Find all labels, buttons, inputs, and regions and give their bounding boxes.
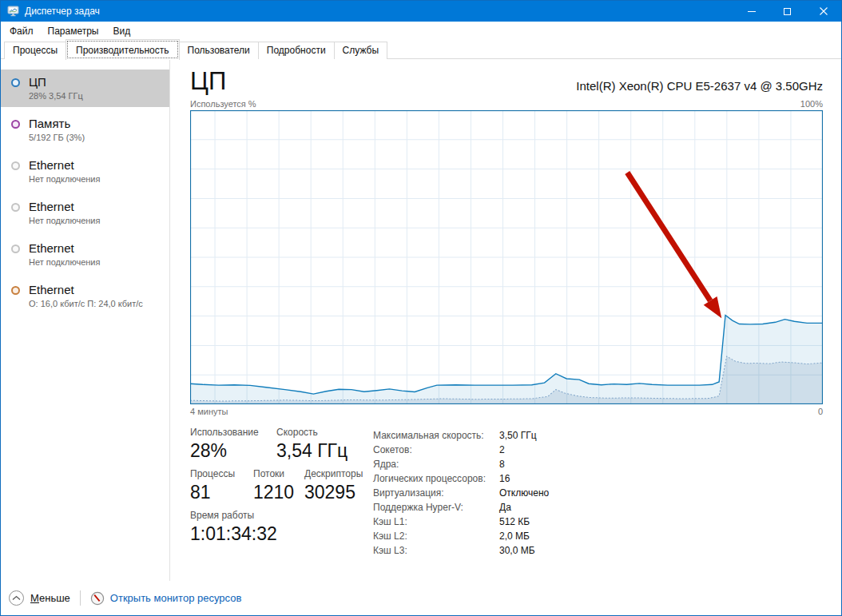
sidebar-item-text: EthernetО: 16,0 кбит/с П: 24,0 кбит/с [29, 283, 143, 308]
detail-label: Кэш L3: [373, 543, 499, 558]
maximize-button[interactable] [769, 1, 805, 22]
tab-details[interactable]: Подробности [258, 42, 335, 59]
cpu-stats: Использование 28% Скорость 3,54 ГГц Проц… [190, 427, 823, 558]
sidebar-item-subtitle: Нет подключения [29, 216, 100, 225]
detail-row: Кэш L1:512 КБ [373, 515, 823, 529]
detail-row: Логических процессоров:16 [373, 471, 823, 486]
ethernet-3-ring-icon [11, 244, 20, 253]
uptime-value: 1:01:34:32 [190, 523, 277, 544]
detail-row: Максимальная скорость:3,50 ГГц [373, 428, 823, 443]
detail-row: Поддержка Hyper-V:Да [373, 500, 823, 515]
sidebar-item-ethernet-2[interactable]: EthernetНет подключения [1, 194, 169, 232]
sidebar-item-text: ЦП28% 3,54 ГГц [29, 75, 83, 101]
detail-label: Виртуализация: [373, 486, 499, 500]
cpu-usage-chart-svg [190, 110, 823, 404]
detail-value: Отключено [499, 486, 549, 500]
x-axis-max-label: 0 [818, 407, 823, 416]
minimize-button[interactable] [733, 1, 769, 22]
tab-processes[interactable]: Процессы [4, 42, 66, 59]
chart-top-axis: Используется % 100% [190, 99, 823, 109]
resource-monitor-icon [90, 591, 105, 606]
x-axis-min-label: 4 минуты [190, 407, 228, 416]
processes-value: 81 [190, 482, 253, 503]
detail-row: Виртуализация:Отключено [373, 486, 823, 500]
sidebar-item-subtitle: Нет подключения [29, 174, 100, 184]
handles-label: Дескрипторы [304, 468, 363, 479]
sidebar-item-text: EthernetНет подключения [29, 200, 100, 225]
menu-item-view[interactable]: Вид [105, 22, 137, 40]
sidebar-item-subtitle: О: 16,0 кбит/с П: 24,0 кбит/с [29, 299, 143, 308]
ethernet-1-ring-icon [11, 161, 20, 170]
sidebar-item-text: EthernetНет подключения [29, 158, 100, 184]
y-axis-label: Используется % [190, 99, 256, 109]
sidebar-item-cpu[interactable]: ЦП28% 3,54 ГГц [1, 70, 169, 107]
handles-value: 30295 [304, 482, 363, 503]
cpu-stats-left: Использование 28% Скорость 3,54 ГГц Проц… [190, 427, 373, 558]
menu-item-file[interactable]: Файл [2, 22, 41, 40]
memory-ring-icon [11, 120, 20, 129]
open-resource-monitor-link[interactable]: Открыть монитор ресурсов [110, 592, 241, 604]
chart-bottom-axis: 4 минуты 0 [190, 407, 823, 416]
detail-row: Кэш L2:2,0 МБ [373, 529, 823, 543]
detail-label: Максимальная скорость: [373, 428, 499, 443]
tab-performance[interactable]: Производительность [66, 39, 179, 60]
sidebar-item-ethernet-4[interactable]: EthernetО: 16,0 кбит/с П: 24,0 кбит/с [1, 277, 169, 315]
menu-item-options[interactable]: Параметры [41, 22, 106, 40]
speed-value: 3,54 ГГц [276, 440, 348, 461]
sidebar-item-title: Ethernet [29, 158, 100, 173]
performance-sidebar: ЦП28% 3,54 ГГцПамять5/192 ГБ (3%)Etherne… [1, 59, 170, 581]
cpu-panel-header: ЦП Intel(R) Xeon(R) CPU E5-2637 v4 @ 3.5… [190, 67, 823, 96]
tab-strip: ПроцессыПроизводительностьПользователиПо… [1, 41, 841, 59]
window-title: Диспетчер задач [25, 6, 733, 17]
sidebar-item-title: Память [29, 117, 85, 131]
sidebar-item-subtitle: 28% 3,54 ГГц [29, 91, 83, 101]
ethernet-4-ring-icon [11, 286, 20, 295]
usage-value: 28% [190, 440, 276, 461]
processes-label: Процессы [190, 468, 253, 479]
ethernet-2-ring-icon [11, 203, 20, 212]
detail-label: Кэш L2: [373, 529, 499, 543]
detail-value: 8 [499, 457, 505, 471]
detail-label: Поддержка Hyper-V: [373, 500, 499, 515]
sidebar-item-title: ЦП [29, 75, 83, 89]
sidebar-item-ethernet-1[interactable]: EthernetНет подключения [1, 153, 169, 190]
fewer-details-button[interactable]: Меньше [30, 592, 70, 604]
task-manager-window: Диспетчер задач ФайлПараметрыВид Процесс… [0, 0, 842, 616]
sidebar-item-memory[interactable]: Память5/192 ГБ (3%) [1, 111, 169, 149]
detail-value: Да [499, 500, 511, 515]
sidebar-item-text: Память5/192 ГБ (3%) [29, 117, 85, 142]
speed-label: Скорость [276, 427, 348, 438]
detail-label: Кэш L1: [373, 515, 499, 529]
close-icon [820, 7, 828, 15]
tab-services[interactable]: Службы [334, 42, 387, 59]
chevron-up-icon [12, 595, 21, 601]
title-bar[interactable]: Диспетчер задач [1, 1, 841, 22]
detail-value: 2 [499, 443, 505, 457]
detail-value: 30,0 МБ [499, 543, 535, 558]
sidebar-item-subtitle: 5/192 ГБ (3%) [29, 133, 85, 142]
cpu-ring-icon [11, 78, 20, 87]
detail-label: Логических процессоров: [373, 471, 499, 486]
detail-value: 512 КБ [499, 515, 530, 529]
cpu-model-name: Intel(R) Xeon(R) CPU E5-2637 v4 @ 3.50GH… [576, 79, 823, 96]
minimize-icon [748, 11, 756, 12]
detail-label: Сокетов: [373, 443, 499, 457]
sidebar-item-title: Ethernet [29, 200, 100, 214]
detail-value: 2,0 МБ [499, 529, 530, 543]
usage-label: Использование [190, 427, 276, 438]
detail-value: 3,50 ГГц [499, 428, 537, 443]
menu-bar: ФайлПараметрыВид [1, 22, 841, 41]
y-axis-max-label: 100% [800, 99, 823, 109]
sidebar-item-text: EthernetНет подключения [29, 241, 100, 267]
collapse-button[interactable] [9, 590, 24, 606]
close-button[interactable] [805, 1, 841, 22]
cpu-panel: ЦП Intel(R) Xeon(R) CPU E5-2637 v4 @ 3.5… [170, 59, 841, 581]
sidebar-item-title: Ethernet [29, 283, 143, 297]
footer-bar: Меньше Открыть монитор ресурсов [1, 581, 841, 615]
tab-users[interactable]: Пользователи [179, 42, 259, 59]
maximize-icon [784, 8, 791, 15]
sidebar-item-ethernet-3[interactable]: EthernetНет подключения [1, 236, 169, 273]
content-area: ЦП28% 3,54 ГГцПамять5/192 ГБ (3%)Etherne… [1, 59, 841, 581]
cpu-usage-chart[interactable] [190, 110, 823, 404]
threads-label: Потоки [253, 468, 304, 479]
